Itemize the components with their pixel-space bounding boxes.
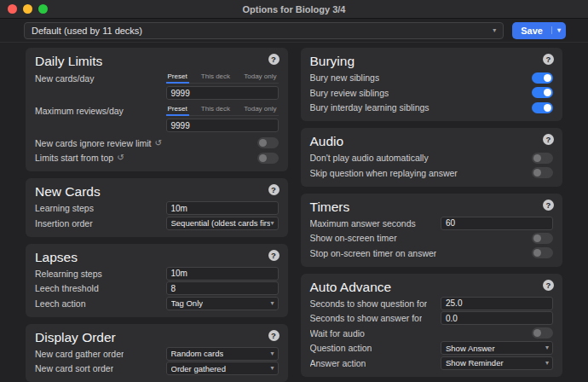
dont-play-audio-label: Don't play audio automatically xyxy=(310,153,429,163)
new-cards-day-input[interactable]: 9999 xyxy=(166,86,279,100)
chevron-down-icon: ▾ xyxy=(270,365,274,372)
limits-start-top-row: Limits start from top ↺ xyxy=(35,152,279,165)
stop-timer-toggle[interactable] xyxy=(532,247,553,258)
wait-audio-label: Wait for audio xyxy=(310,328,365,339)
leech-action-value: Tag Only xyxy=(171,298,204,308)
seconds-answer-label: Seconds to show answer for xyxy=(310,313,423,323)
gather-order-row: New card gather order Random cards ▾ xyxy=(35,347,279,360)
toggle-knob xyxy=(533,154,541,162)
help-icon[interactable]: ? xyxy=(543,54,554,65)
toggle-knob xyxy=(533,169,541,177)
toggle-knob xyxy=(544,104,551,112)
toolbar: Default (used by 11 decks) ▾ Save ▾ xyxy=(0,19,588,43)
tab-today-only[interactable]: Today only xyxy=(242,104,278,115)
new-cards-day-control: Preset This deck Today only 9999 xyxy=(166,72,279,100)
limits-start-top-toggle[interactable] xyxy=(257,153,279,164)
sort-order-row: New card sort order Order gathered ▾ xyxy=(35,362,279,375)
ignore-review-limit-toggle[interactable] xyxy=(257,137,279,148)
sort-order-select[interactable]: Order gathered ▾ xyxy=(166,362,279,375)
chevron-down-icon: ▾ xyxy=(270,350,274,357)
insertion-order-value: Sequential (oldest cards first) xyxy=(171,218,271,228)
leech-threshold-row: Leech threshold 8 xyxy=(35,282,279,295)
learning-steps-input[interactable]: 10m xyxy=(166,201,279,215)
wait-audio-toggle[interactable] xyxy=(532,327,553,339)
skip-question-row: Skip question when replaying answer xyxy=(310,166,554,179)
new-cards-day-label: New cards/day xyxy=(35,72,94,84)
insertion-order-select[interactable]: Sequential (oldest cards first) ▾ xyxy=(166,217,279,230)
seconds-answer-input[interactable]: 0.0 xyxy=(441,311,553,325)
bury-interday-learning-toggle[interactable] xyxy=(532,102,553,113)
section-new-cards: New Cards ? Learning steps 10m Insertion… xyxy=(26,178,288,237)
save-menu-chevron-icon[interactable]: ▾ xyxy=(551,26,566,34)
answer-action-row: Answer action Show Reminder ▾ xyxy=(310,356,554,369)
show-timer-label: Show on-screen timer xyxy=(310,233,397,243)
revert-icon[interactable]: ↺ xyxy=(117,153,124,162)
tab-this-deck[interactable]: This deck xyxy=(199,104,232,115)
leech-action-select[interactable]: Tag Only ▾ xyxy=(166,297,279,310)
bury-new-siblings-toggle[interactable] xyxy=(532,72,553,84)
limits-start-top-label: Limits start from top ↺ xyxy=(35,153,124,163)
ignore-review-limit-text: New cards ignore review limit xyxy=(35,138,152,148)
revert-icon[interactable]: ↺ xyxy=(155,139,162,148)
tab-preset[interactable]: Preset xyxy=(166,104,189,116)
preset-dropdown[interactable]: Default (used by 11 decks) ▾ xyxy=(24,22,504,39)
help-icon[interactable]: ? xyxy=(268,54,280,65)
tab-today-only[interactable]: Today only xyxy=(242,72,278,83)
tab-this-deck[interactable]: This deck xyxy=(199,72,232,83)
section-timers: Timers ? Maximum answer seconds 60 Show … xyxy=(301,194,563,267)
help-icon[interactable]: ? xyxy=(268,250,280,261)
toggle-knob xyxy=(259,139,267,147)
gather-order-select[interactable]: Random cards ▾ xyxy=(166,347,279,361)
traffic-lights xyxy=(8,0,48,18)
max-answer-seconds-input[interactable]: 60 xyxy=(441,217,553,230)
help-icon[interactable]: ? xyxy=(543,280,554,291)
help-icon[interactable]: ? xyxy=(543,134,554,145)
toggle-knob xyxy=(259,154,267,162)
seconds-question-input[interactable]: 25.0 xyxy=(441,297,553,310)
save-button[interactable]: Save xyxy=(512,26,551,36)
help-icon[interactable]: ? xyxy=(543,200,554,211)
wait-audio-row: Wait for audio xyxy=(310,327,554,339)
help-icon[interactable]: ? xyxy=(268,184,280,195)
max-reviews-day-control: Preset This deck Today only 9999 xyxy=(166,104,279,132)
max-answer-seconds-label: Maximum answer seconds xyxy=(310,218,416,229)
tab-preset[interactable]: Preset xyxy=(166,72,189,84)
chevron-down-icon: ▾ xyxy=(270,300,274,307)
leech-action-label: Leech action xyxy=(35,298,86,309)
leech-threshold-label: Leech threshold xyxy=(35,283,99,293)
question-action-select[interactable]: Show Answer ▾ xyxy=(441,341,553,355)
relearning-steps-input[interactable]: 10m xyxy=(166,267,279,281)
leech-threshold-input[interactable]: 8 xyxy=(166,281,279,295)
toggle-knob xyxy=(533,234,541,242)
titlebar: Options for Biology 3/4 xyxy=(0,0,588,19)
relearning-steps-row: Relearning steps 10m xyxy=(35,267,279,280)
ignore-review-limit-row: New cards ignore review limit ↺ xyxy=(35,136,279,149)
dont-play-audio-toggle[interactable] xyxy=(532,153,553,164)
bury-interday-label: Bury interday learning siblings xyxy=(310,102,429,113)
bury-review-siblings-toggle[interactable] xyxy=(532,87,553,98)
section-display-order: Display Order ? New card gather order Ra… xyxy=(26,324,288,382)
max-reviews-day-row: Maximum reviews/day Preset This deck Tod… xyxy=(35,104,279,132)
answer-action-value: Show Reminder xyxy=(446,358,504,368)
help-icon[interactable]: ? xyxy=(268,330,280,341)
skip-question-toggle[interactable] xyxy=(532,167,553,178)
minimize-button[interactable] xyxy=(23,4,32,14)
chevron-down-icon: ▾ xyxy=(493,27,496,34)
section-auto-advance: Auto Advance ? Seconds to show question … xyxy=(301,274,563,377)
learning-steps-label: Learning steps xyxy=(35,203,94,213)
section-title: New Cards xyxy=(35,183,279,200)
seconds-question-label: Seconds to show question for xyxy=(310,298,428,309)
max-reviews-day-input[interactable]: 9999 xyxy=(166,119,279,132)
zoom-button[interactable] xyxy=(38,4,48,14)
answer-action-select[interactable]: Show Reminder ▾ xyxy=(441,356,553,370)
close-button[interactable] xyxy=(8,4,17,14)
gather-order-value: Random cards xyxy=(171,349,224,358)
show-timer-toggle[interactable] xyxy=(532,233,553,244)
stop-timer-row: Stop on-screen timer on answer xyxy=(310,246,554,259)
toggle-knob xyxy=(533,329,541,337)
section-title: Lapses xyxy=(35,249,279,265)
skip-question-label: Skip question when replaying answer xyxy=(310,168,458,178)
bury-interday-row: Bury interday learning siblings xyxy=(310,101,554,114)
section-title: Audio xyxy=(310,133,554,149)
chevron-down-icon: ▾ xyxy=(545,344,549,351)
